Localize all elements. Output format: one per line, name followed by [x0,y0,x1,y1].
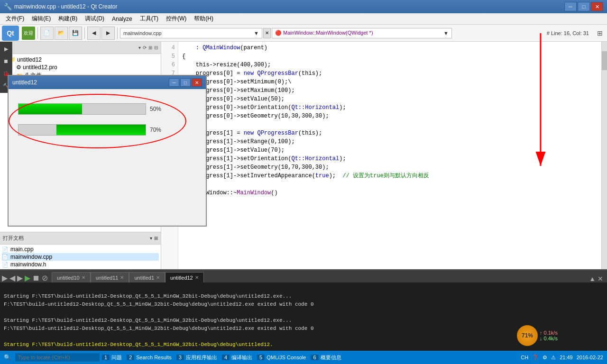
open-doc-mainwindow-cpp[interactable]: 📄 mainwindow.cpp [2,253,159,261]
toolbar-expand[interactable]: ⊞ [595,28,605,38]
toolbar-save[interactable]: 💾 [69,27,82,40]
status-item-compile[interactable]: 4 编译输出 [222,354,252,361]
status-item-app-output[interactable]: 3 应用程序输出 [176,354,217,361]
preview-minimize[interactable]: ─ [169,78,179,87]
output-play-btn[interactable]: ▶ [2,273,8,282]
open-doc-mainwindow-cpp-label: mainwindow.cpp [10,254,52,260]
preview-maximize[interactable]: □ [180,78,191,87]
function-dropdown[interactable]: 🔴 MainWindow::MainWindow(QWidget *) ▼ [272,28,452,38]
sidebar-header: 项目 ▾ ⟳ ⊞ ⊟ [0,42,161,54]
status-item-issues-num: 1 [102,355,110,360]
function-arrow: ▼ [443,30,449,36]
app-icon: 🔧 [4,3,11,10]
app-wrapper: 🔧 mainwindow.cpp - untitled12 - Qt Creat… [0,0,607,364]
status-item-search[interactable]: 2 Search Results [127,354,172,361]
open-doc-mainwindow-h[interactable]: 📄 mainwindow.h [2,261,159,268]
tree-item-pro[interactable]: ⚙ untitled12.pro [2,64,159,71]
progress-row-1: 50% [18,103,196,115]
title-bar: 🔧 mainwindow.cpp - untitled12 - Qt Creat… [0,0,607,13]
bottom-tab-untitled10[interactable]: untitled10 ✕ [52,272,91,282]
close-button[interactable]: ✕ [591,2,603,11]
output-run-btn[interactable]: ▶ [25,273,30,282]
preview-close[interactable]: ✕ [192,78,202,87]
code-view: 4 5 6 7 [161,42,601,269]
status-date: 2016-02-22 [577,355,603,360]
toolbar-forward[interactable]: ▶ [101,27,115,40]
output-stop-btn[interactable]: ⏹ [32,274,40,282]
bottom-panel-close[interactable]: ✕ [598,275,603,282]
progress-bar-1 [18,103,146,115]
bottom-panel-collapse[interactable]: ▲ [589,275,596,282]
open-docs-section: 打开文档 ▾ ⊞ 📄 main.cpp 📄 mainw [0,232,161,269]
status-item-compile-num: 4 [222,355,230,360]
output-prev-btn[interactable]: ◀ [9,273,15,282]
menu-file[interactable]: 文件(F) [2,14,28,24]
tree-label-project: untitled12 [17,56,42,63]
menu-help[interactable]: 帮助(H) [190,14,217,24]
line-col-info: # Line: 16, Col: 31 [542,30,594,36]
bottom-tab-untitled1[interactable]: untitled1 ✕ [129,272,165,282]
action-stop[interactable]: ⏹ [1,56,11,66]
file-path-label: mainwindow.cpp [123,30,162,36]
progress-bar-2 [18,124,146,136]
status-warning-icon[interactable]: ⚠ [551,355,556,361]
menu-debug[interactable]: 调试(D) [81,14,108,24]
sidebar-sync-btn[interactable]: ⟳ [143,45,147,50]
maximize-button[interactable]: □ [578,2,590,11]
status-help-icon[interactable]: ❓ [532,355,539,361]
file-path-dropdown[interactable]: mainwindow.cpp ▼ [120,28,262,38]
menu-edit[interactable]: 编辑(E) [28,14,55,24]
output-line1: Starting F:\TEST\build-untitled12-Deskto… [4,293,292,299]
bottom-tab-untitled1-close[interactable]: ✕ [156,275,160,280]
net-up: ↑ 0.1k/s [540,330,558,336]
main-toolbar: Qt 欢迎 📄 📂 💾 ◀ ▶ mainwindow.cpp ▼ ✕ 🔴 Mai… [0,25,607,42]
status-settings-icon[interactable]: ⚙ [543,355,547,361]
open-docs-btn1[interactable]: ▾ [150,236,152,241]
tab-close-btn[interactable]: ✕ [263,28,271,38]
open-docs-btn2[interactable]: ⊞ [154,236,158,241]
code-content[interactable]: : QMainWindow(parent) { this->resize(400… [178,42,601,269]
status-item-issues[interactable]: 1 问题 [102,354,122,361]
status-search-icon[interactable]: 🔍 [4,354,11,361]
toolbar-open[interactable]: 📂 [55,27,68,40]
status-item-qml-num: 5 [257,355,265,360]
bottom-tab-untitled12-close[interactable]: ✕ [195,275,199,280]
toolbar-new[interactable]: 📄 [40,27,54,40]
tree-item-project[interactable]: ▼ 📁 untitled12 [2,56,159,64]
status-bar: 🔍 1 问题 2 Search Results 3 应用程序输出 4 编译输出 … [0,351,607,364]
preview-content: 50% 70% [9,89,206,150]
bottom-tab-bar: ▶ ◀ ▶ ▶ ⏹ ⊘ untitled10 ✕ untitled11 ✕ un… [0,270,607,282]
bottom-tab-untitled11[interactable]: untitled11 ✕ [91,272,129,282]
status-item-summary[interactable]: 6 概要信息 [311,354,341,361]
output-next-btn[interactable]: ▶ [17,273,23,282]
menu-controls[interactable]: 控件(W) [162,14,190,24]
menu-tools[interactable]: 工具(T) [136,14,162,24]
welcome-btn[interactable]: 欢迎 [22,27,35,40]
bottom-tab-untitled11-close[interactable]: ✕ [120,275,124,280]
net-circle: 71% [517,325,538,346]
sidebar-collapse-btn[interactable]: ⊟ [154,45,158,50]
bottom-tab-untitled12[interactable]: untitled12 ✕ [165,272,204,282]
net-down: ↓ 0.4k/s [540,336,558,341]
status-item-app-output-num: 3 [176,355,184,360]
toolbar-back[interactable]: ◀ [87,27,101,40]
minimize-button[interactable]: ─ [564,2,577,11]
sidebar-expand-btn[interactable]: ⊞ [148,45,152,50]
status-item-qml[interactable]: 5 QML/JS Console [257,354,306,361]
status-search-input[interactable] [15,353,100,362]
scrollbar-thumb[interactable] [602,51,607,70]
status-item-search-label: Search Results [136,355,172,360]
network-widget: 71% ↑ 0.1k/s ↓ 0.4k/s [517,324,564,347]
bottom-panel-controls: ▲ ✕ [589,275,605,282]
bottom-tab-untitled10-close[interactable]: ✕ [82,275,85,280]
toolbar-sep2 [84,27,85,39]
open-docs-header: 打开文档 ▾ ⊞ [0,232,161,245]
sidebar-filter-btn[interactable]: ▾ [138,45,141,50]
editor-area: 4 5 6 7 [161,42,601,269]
open-doc-main-cpp[interactable]: 📄 main.cpp [2,246,159,253]
menu-analyze[interactable]: Analyze [108,15,136,23]
action-run[interactable]: ▶ [1,44,11,54]
output-clear-btn[interactable]: ⊘ [42,273,48,282]
menu-build[interactable]: 构建(B) [55,14,81,24]
scrollbar-v[interactable] [601,42,607,269]
